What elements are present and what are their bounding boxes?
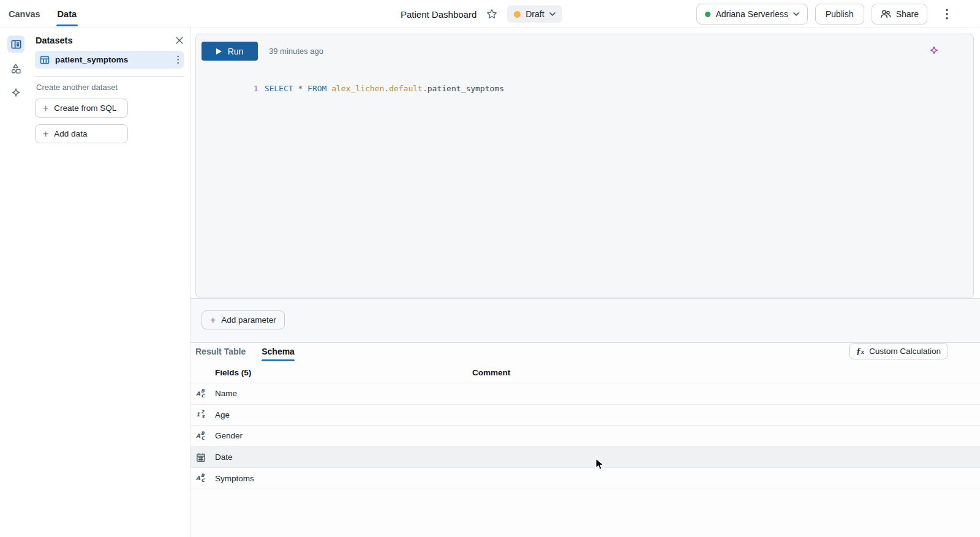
sql-space <box>303 84 307 93</box>
sql-keyword: FROM <box>307 84 326 93</box>
string-type-icon: ABC <box>196 389 206 399</box>
create-dataset-section-label: Create another dataset <box>36 83 190 92</box>
draft-label: Draft <box>526 9 544 19</box>
schema-table-header: Fields (5) Comment <box>190 361 980 383</box>
rail-assistant-sparkle-icon[interactable] <box>7 84 24 102</box>
mode-tabs: Canvas Data <box>9 0 77 28</box>
kebab-menu-icon[interactable] <box>941 4 953 24</box>
divider <box>35 76 184 77</box>
custom-calculation-button[interactable]: ƒx Custom Calculation <box>849 343 948 359</box>
date-type-icon <box>196 453 206 462</box>
run-label: Run <box>228 47 244 56</box>
dataset-kebab-icon[interactable] <box>177 55 179 64</box>
schema-row-name[interactable]: ABC Name <box>190 383 980 405</box>
results-tabs: Result Table Schema ƒx Custom Calculatio… <box>190 343 980 361</box>
schema-row-date[interactable]: Date <box>190 447 980 468</box>
sql-schema-identifier: default <box>389 84 423 93</box>
sql-editor-card: Run 39 minutes ago 1SELECT * FROM alex <box>195 34 974 298</box>
publish-button[interactable]: Publish <box>815 4 864 24</box>
left-icon-rail <box>0 28 32 537</box>
app-window: Canvas Data Patient Dashboard Draft Adr <box>0 0 980 537</box>
rail-datasets-icon[interactable] <box>7 36 24 53</box>
field-name: Symptoms <box>215 474 254 483</box>
chevron-down-icon <box>793 12 799 16</box>
warehouse-selector[interactable]: Adriana Serverless <box>696 4 807 24</box>
draft-status-dropdown[interactable]: Draft <box>507 6 562 23</box>
sql-dot: . <box>423 84 428 93</box>
parameters-section: + Add parameter <box>190 298 980 343</box>
line-number: 1 <box>235 83 265 94</box>
field-name: Age <box>215 410 230 419</box>
people-icon <box>880 9 891 20</box>
schema-row-gender[interactable]: ABC Gender <box>190 426 980 447</box>
field-name: Name <box>215 389 237 398</box>
close-icon[interactable] <box>175 36 184 45</box>
plus-icon: + <box>43 129 48 139</box>
create-from-sql-button[interactable]: + Create from SQL <box>35 99 128 118</box>
plus-icon: + <box>43 103 48 113</box>
sql-code-editor[interactable]: 1SELECT * FROM alex_lichen.default.patie… <box>196 72 965 105</box>
title-group: Patient Dashboard Draft <box>401 0 562 28</box>
draft-dot-icon <box>514 11 521 18</box>
favorite-star-icon[interactable] <box>486 9 497 20</box>
tab-canvas[interactable]: Canvas <box>9 0 40 28</box>
schema-table: Fields (5) Comment ABC Name 123 Age <box>190 361 980 489</box>
warehouse-label: Adriana Serverless <box>715 9 788 19</box>
results-panel: Result Table Schema ƒx Custom Calculatio… <box>190 343 980 537</box>
fx-icon: ƒx <box>856 347 864 356</box>
sql-table-identifier: patient_symptoms <box>428 84 504 93</box>
sql-dot: . <box>384 84 389 93</box>
datasets-panel-title: Datasets <box>36 36 72 45</box>
add-data-label: Add data <box>54 129 87 138</box>
dataset-name: patient_symptoms <box>55 55 172 64</box>
schema-row-symptoms[interactable]: ABC Symptoms <box>190 468 980 489</box>
add-parameter-button[interactable]: + Add parameter <box>202 310 285 329</box>
warehouse-status-dot-icon <box>705 12 710 17</box>
string-type-icon: ABC <box>196 473 206 483</box>
custom-calculation-label: Custom Calculation <box>869 347 941 356</box>
add-data-button[interactable]: + Add data <box>35 124 128 143</box>
field-name: Gender <box>215 431 243 440</box>
plus-icon: + <box>210 315 216 325</box>
sql-catalog-identifier: alex_lichen <box>331 84 384 93</box>
sql-keyword: SELECT <box>265 84 293 93</box>
add-parameter-label: Add parameter <box>221 315 276 325</box>
top-header: Canvas Data Patient Dashboard Draft Adr <box>0 0 980 28</box>
string-type-icon: ABC <box>196 431 206 441</box>
share-label: Share <box>896 9 919 19</box>
rail-relationships-icon[interactable] <box>7 60 24 77</box>
main-area: Run 39 minutes ago 1SELECT * FROM alex <box>190 28 980 537</box>
chevron-down-icon <box>549 12 556 16</box>
comment-column-header: Comment <box>472 368 510 377</box>
play-icon <box>216 48 222 54</box>
table-icon <box>40 55 50 65</box>
tab-result-table[interactable]: Result Table <box>195 343 246 360</box>
tab-schema[interactable]: Schema <box>262 343 295 360</box>
publish-label: Publish <box>826 9 854 19</box>
run-button[interactable]: Run <box>202 42 258 61</box>
last-run-timestamp: 39 minutes ago <box>269 47 323 56</box>
ai-sparkle-icon[interactable] <box>929 46 939 56</box>
tab-data[interactable]: Data <box>58 0 77 28</box>
share-button[interactable]: Share <box>872 4 927 24</box>
header-actions: Adriana Serverless Publish Share <box>696 4 953 24</box>
datasets-panel: Datasets patient_symptoms Create another… <box>32 28 190 537</box>
fields-column-header: Fields (5) <box>215 368 251 377</box>
field-name: Date <box>215 453 233 462</box>
dataset-item-patient-symptoms[interactable]: patient_symptoms <box>35 51 184 69</box>
schema-row-age[interactable]: 123 Age <box>190 405 980 426</box>
number-type-icon: 123 <box>196 410 206 419</box>
page-title: Patient Dashboard <box>401 9 477 20</box>
create-from-sql-label: Create from SQL <box>54 103 116 113</box>
